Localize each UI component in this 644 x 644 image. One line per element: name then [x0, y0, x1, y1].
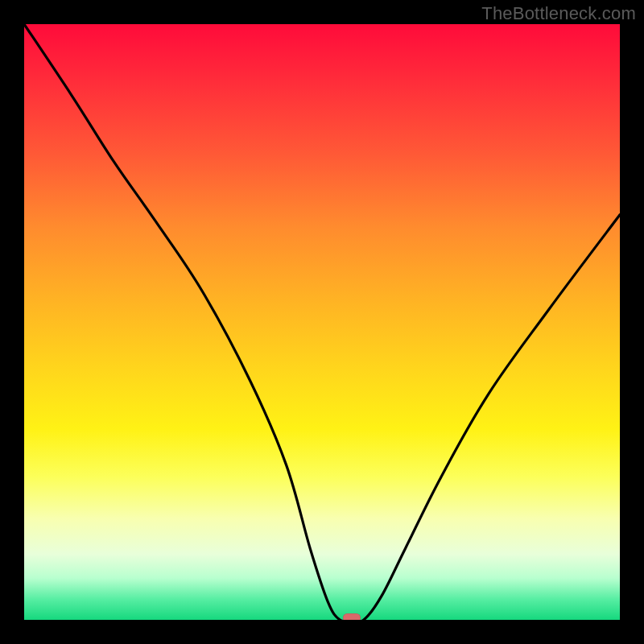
chart-frame: TheBottleneck.com: [0, 0, 644, 644]
watermark-text: TheBottleneck.com: [481, 3, 636, 24]
bottleneck-curve: [24, 24, 620, 620]
optimal-point-marker: [343, 613, 361, 620]
plot-area: [24, 24, 620, 620]
